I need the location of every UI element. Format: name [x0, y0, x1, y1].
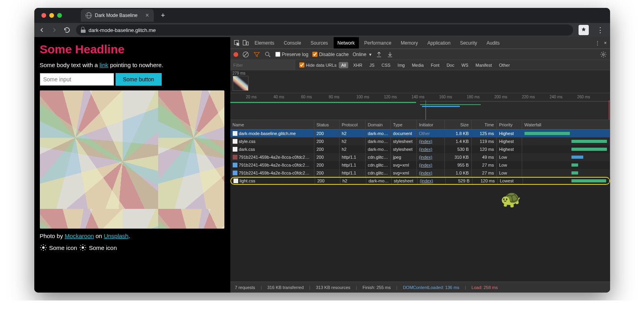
th-waterfall[interactable]: Waterfall — [522, 120, 610, 129]
row-initiator[interactable]: (index) — [420, 178, 433, 183]
th-priority[interactable]: Priority — [497, 120, 522, 129]
upload-icon[interactable] — [375, 51, 383, 58]
tabstrip: Dark Mode Baseline × + — [81, 8, 165, 23]
type-media[interactable]: Media — [409, 62, 426, 68]
url-text: dark-mode-baseline.glitch.me — [89, 27, 156, 33]
new-tab-button[interactable]: + — [161, 11, 165, 20]
type-font[interactable]: Font — [428, 62, 442, 68]
type-all[interactable]: All — [339, 62, 348, 68]
tab-application[interactable]: Application — [424, 37, 455, 49]
body-link[interactable]: link — [99, 62, 108, 68]
icon-row: Some icon Some icon — [40, 244, 225, 251]
close-window-icon[interactable] — [41, 13, 46, 18]
source-link[interactable]: Unsplash — [104, 233, 129, 239]
th-type[interactable]: Type — [391, 120, 417, 129]
th-domain[interactable]: Domain — [366, 120, 391, 129]
th-protocol[interactable]: Protocol — [340, 120, 366, 129]
svg-point-9 — [82, 246, 84, 249]
devtools-menu-icon[interactable]: ⋮ — [595, 40, 600, 46]
browser-tab[interactable]: Dark Mode Baseline × — [81, 9, 154, 22]
hide-data-urls-checkbox[interactable]: Hide data URLs — [299, 62, 337, 68]
inspect-icon[interactable] — [233, 39, 241, 47]
table-row[interactable]: dark-mode-baseline.glitch.me200h2dark-mo… — [230, 130, 610, 137]
close-tab-icon[interactable]: × — [146, 12, 149, 19]
table-row[interactable]: 791b2241-459b-4a2e-8cca-c0fdc2…200http/1… — [230, 153, 610, 161]
table-row[interactable]: 791b2241-459b-4a2e-8cca-c0fdc2…200http/1… — [230, 161, 610, 169]
timeline-overview[interactable]: 279 ms — [230, 70, 610, 93]
reload-icon[interactable] — [63, 26, 71, 34]
row-size: 1.4 KB — [445, 137, 472, 145]
minimize-window-icon[interactable] — [49, 13, 54, 18]
row-initiator[interactable]: Other — [419, 131, 430, 136]
type-ws[interactable]: WS — [459, 62, 471, 68]
back-icon[interactable] — [38, 26, 45, 34]
row-waterfall — [522, 169, 610, 177]
settings-gear-icon[interactable] — [600, 51, 607, 58]
tab-performance[interactable]: Performance — [360, 37, 396, 49]
row-initiator[interactable]: (index) — [419, 171, 433, 175]
demo-button[interactable]: Some button — [116, 73, 162, 86]
table-row[interactable]: dark.css200h2dark-mo…stylesheet(index)53… — [230, 145, 610, 153]
address-bar[interactable]: dark-mode-baseline.glitch.me — [76, 24, 573, 36]
type-img[interactable]: Img — [395, 62, 407, 68]
author-link[interactable]: Mockaroon — [65, 233, 94, 239]
throttling-select[interactable]: Online ▾ — [353, 52, 371, 57]
request-filter-bar: Hide data URLs All XHR JS CSS Img Media … — [230, 60, 610, 70]
forward-icon[interactable] — [51, 26, 58, 34]
maximize-window-icon[interactable] — [57, 13, 62, 18]
row-initiator[interactable]: (index) — [419, 147, 433, 152]
row-domain: dark-mo… — [366, 145, 391, 153]
footer-requests: 7 requests — [235, 285, 255, 290]
row-initiator[interactable]: (index) — [419, 163, 433, 167]
preserve-log-checkbox[interactable]: Preserve log — [275, 52, 308, 57]
timeline-ruler[interactable]: 20 ms40 ms60 ms80 ms100 ms120 ms140 ms16… — [230, 93, 610, 120]
row-initiator[interactable]: (index) — [419, 139, 433, 144]
tab-console[interactable]: Console — [280, 37, 305, 49]
tab-sources[interactable]: Sources — [307, 37, 332, 49]
type-doc[interactable]: Doc — [444, 62, 457, 68]
tab-network[interactable]: Network — [334, 37, 359, 49]
row-type: svg+xml — [391, 169, 417, 177]
th-status[interactable]: Status — [314, 120, 340, 129]
clear-icon[interactable] — [242, 51, 249, 58]
row-initiator[interactable]: (index) — [419, 155, 433, 160]
table-row[interactable]: style.css200h2dark-mo…stylesheet(index)1… — [230, 137, 610, 145]
filter-icon[interactable] — [253, 51, 260, 58]
row-status: 200 — [314, 130, 340, 137]
ruler-tick: 100 ms — [357, 95, 370, 99]
tab-audits[interactable]: Audits — [483, 37, 504, 49]
disable-cache-checkbox[interactable]: Disable cache — [312, 52, 349, 57]
type-other[interactable]: Other — [497, 62, 512, 68]
th-name[interactable]: Name — [230, 120, 314, 129]
row-protocol: http/1.1 — [340, 161, 366, 169]
th-size[interactable]: Size — [445, 120, 472, 129]
tab-elements[interactable]: Elements — [251, 37, 278, 49]
svg-line-17 — [85, 245, 86, 246]
table-row[interactable]: light.css200h2dark-mo…stylesheet(index)5… — [230, 177, 610, 185]
record-icon[interactable] — [233, 52, 238, 57]
type-xhr[interactable]: XHR — [351, 62, 364, 68]
th-initiator[interactable]: Initiator — [417, 120, 445, 129]
browser-menu-icon[interactable]: ⋮ — [594, 26, 606, 34]
file-icon — [233, 178, 238, 183]
th-time[interactable]: Time — [472, 120, 497, 129]
lock-icon — [81, 27, 86, 33]
device-toggle-icon[interactable] — [242, 39, 249, 47]
file-icon — [233, 171, 237, 175]
extension-icon[interactable] — [579, 25, 589, 35]
devtools-close-icon[interactable]: × — [604, 40, 607, 46]
type-js[interactable]: JS — [367, 62, 377, 68]
filter-input[interactable] — [230, 60, 295, 70]
ruler-tick: 140 ms — [412, 95, 425, 99]
row-domain: dark-mo… — [366, 178, 392, 184]
demo-input[interactable] — [40, 73, 114, 86]
table-row[interactable]: 791b2241-459b-4a2e-8cca-c0fdc2…200http/1… — [230, 169, 610, 177]
tab-security[interactable]: Security — [456, 37, 481, 49]
search-icon[interactable] — [264, 51, 271, 58]
row-protocol: http/1.1 — [340, 169, 366, 177]
download-icon[interactable] — [386, 51, 394, 58]
svg-line-5 — [41, 245, 42, 246]
type-manifest[interactable]: Manifest — [473, 62, 495, 68]
type-css[interactable]: CSS — [379, 62, 393, 68]
tab-memory[interactable]: Memory — [397, 37, 422, 49]
